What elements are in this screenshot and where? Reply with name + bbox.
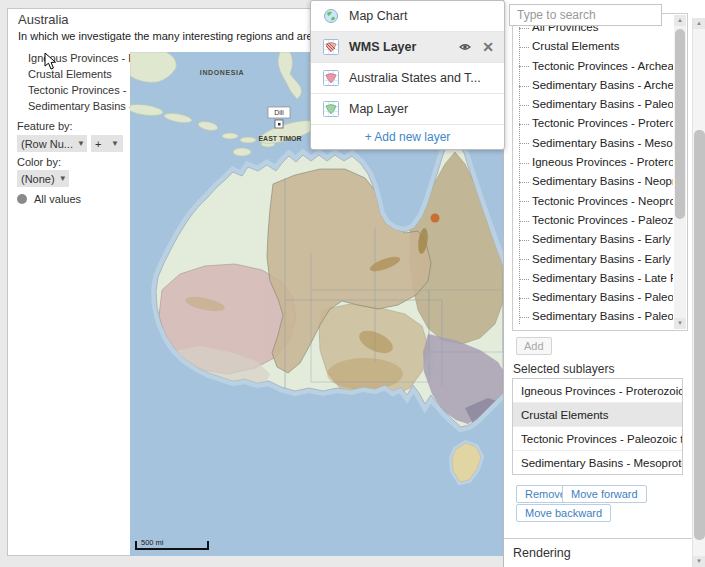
wms-map-icon bbox=[323, 39, 339, 55]
mouse-cursor bbox=[44, 53, 58, 71]
tree-item[interactable]: Sedimentary Basins - Archean t... bbox=[513, 76, 673, 95]
states-map-icon bbox=[323, 70, 339, 86]
radio-dot-icon bbox=[17, 194, 27, 204]
panel-scrollbar[interactable]: ▲ ▼ bbox=[692, 18, 705, 567]
tree-item[interactable]: Sedimentary Basins - Early Pal... bbox=[513, 230, 673, 249]
tree-item[interactable]: Igneous Provinces - Proterozoi... bbox=[513, 153, 673, 172]
scroll-up-icon[interactable]: ▲ bbox=[674, 15, 686, 26]
search-input[interactable] bbox=[509, 4, 662, 26]
tree-item[interactable]: Sedimentary Basins - Early to L... bbox=[513, 250, 673, 269]
tree-item[interactable]: Sedimentary Basins - Neoprote... bbox=[513, 172, 673, 191]
color-by-dropdown[interactable]: (None) ▼ bbox=[17, 170, 69, 187]
sublayer-tree: All ProvincesCrustal ElementsTectonic Pr… bbox=[512, 13, 688, 331]
svg-text:Dili: Dili bbox=[274, 109, 284, 116]
scroll-down-icon[interactable]: ▼ bbox=[674, 318, 686, 329]
tree-item[interactable]: Sedimentary Basins - Paleozoic... bbox=[513, 307, 673, 326]
move-forward-button[interactable]: Move forward bbox=[562, 485, 647, 503]
selected-sublayer-row[interactable]: Crustal Elements bbox=[513, 403, 682, 427]
scroll-up-icon[interactable]: ▲ bbox=[693, 18, 705, 29]
chevron-down-icon: ▼ bbox=[73, 139, 85, 148]
section-divider bbox=[504, 538, 693, 539]
selected-sublayers-list: Igneous Provinces - Proterozoic t... Cru… bbox=[512, 378, 683, 475]
chevron-down-icon: ▼ bbox=[107, 139, 119, 148]
tree-item[interactable]: Crustal Elements bbox=[513, 37, 673, 56]
add-feature-button[interactable]: + ▼ bbox=[91, 135, 123, 152]
layer-row-map-layer[interactable]: Map Layer bbox=[311, 94, 504, 125]
map-layer-icon bbox=[323, 101, 339, 117]
eye-icon[interactable] bbox=[458, 41, 472, 53]
tree-item[interactable]: Sedimentary Basins - Late Pale... bbox=[513, 269, 673, 288]
chevron-down-icon: ▼ bbox=[55, 174, 67, 183]
scrollbar-thumb[interactable] bbox=[694, 130, 705, 540]
color-by-label: Color by: bbox=[17, 156, 61, 168]
tree-item[interactable]: Tectonic Provinces - Neoproter... bbox=[513, 192, 673, 211]
all-values-radio[interactable]: All values bbox=[17, 193, 81, 205]
layer-row-map-chart[interactable]: Map Chart bbox=[311, 1, 504, 32]
legend-item: Tectonic Provinces - Paleo bbox=[28, 82, 130, 98]
selected-sublayer-row[interactable]: Tectonic Provinces - Paleozoic to... bbox=[513, 427, 682, 451]
tree-item[interactable]: Tectonic Provinces - Proterozoic bbox=[513, 114, 673, 133]
tree-scrollbar[interactable]: ▲ ▼ bbox=[674, 15, 686, 329]
globe-icon bbox=[323, 8, 339, 24]
indonesia-label: INDONESIA bbox=[200, 69, 244, 76]
layers-popup: Map Chart WMS Layer ✕ Australia States a… bbox=[310, 0, 505, 150]
feature-by-dropdown[interactable]: (Row Nu... ▼ bbox=[17, 135, 87, 152]
tree-item[interactable]: Sedimentary Basins - Mesoprot... bbox=[513, 134, 673, 153]
orange-spot bbox=[431, 214, 440, 223]
tree-item[interactable]: Tectonic Provinces - Paleozoic t... bbox=[513, 211, 673, 230]
legend-item: Sedimentary Basins - Meso bbox=[28, 98, 130, 114]
layer-row-wms-layer[interactable]: WMS Layer ✕ bbox=[311, 32, 504, 63]
tree-item[interactable]: Sedimentary Basins - Paleozoic... bbox=[513, 288, 673, 307]
layer-row-australia-states[interactable]: Australia States and T... bbox=[311, 63, 504, 94]
tree-item[interactable]: Sedimentary Basins - Paleoprot... bbox=[513, 95, 673, 114]
wms-settings-panel: All ProvincesCrustal ElementsTectonic Pr… bbox=[503, 0, 705, 567]
scrollbar-thumb[interactable] bbox=[675, 29, 685, 219]
tree-item[interactable]: Tectonic Provinces - Archean to... bbox=[513, 57, 673, 76]
add-new-layer-link[interactable]: + Add new layer bbox=[311, 125, 504, 149]
east-timor-label: EAST TIMOR bbox=[258, 135, 301, 142]
scroll-down-icon[interactable]: ▼ bbox=[693, 556, 705, 567]
feature-by-label: Feature by: bbox=[17, 120, 73, 132]
svg-text:500 mi: 500 mi bbox=[141, 538, 164, 547]
add-button[interactable]: Add bbox=[516, 337, 552, 355]
rendering-section-header[interactable]: Rendering bbox=[513, 546, 571, 560]
selected-sublayer-row[interactable]: Igneous Provinces - Proterozoic t... bbox=[513, 379, 682, 403]
move-backward-button[interactable]: Move backward bbox=[516, 504, 611, 522]
selected-sublayer-row[interactable]: Sedimentary Basins - Mesoprote... bbox=[513, 451, 682, 475]
page-description: In which we investigate the many interes… bbox=[18, 30, 311, 42]
page-title: Australia bbox=[18, 12, 69, 27]
selected-sublayers-title: Selected sublayers bbox=[513, 362, 614, 376]
close-icon[interactable]: ✕ bbox=[482, 40, 494, 54]
